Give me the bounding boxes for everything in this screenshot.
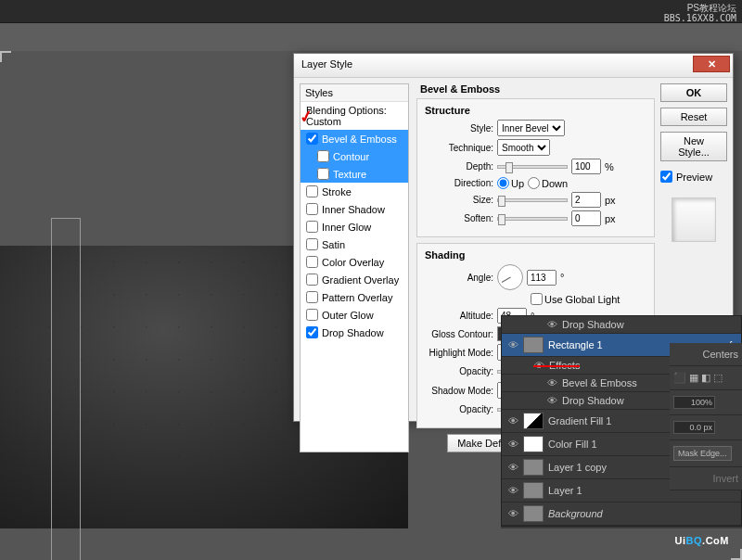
depth-unit: % <box>605 161 614 172</box>
direction-down-radio[interactable]: Down <box>528 177 568 189</box>
size-label: Size: <box>425 195 493 205</box>
size-slider[interactable] <box>497 198 568 202</box>
styles-header[interactable]: Styles <box>301 84 408 102</box>
size-input[interactable] <box>571 192 601 208</box>
close-button[interactable]: ✕ <box>693 56 730 72</box>
style-row-2[interactable]: Contour <box>301 147 408 165</box>
highlight-mode-label: Highlight Mode: <box>425 348 493 358</box>
style-row-3[interactable]: Texture <box>301 165 408 183</box>
layer-thumbnail <box>523 459 544 476</box>
angle-dial[interactable] <box>497 264 523 290</box>
style-row-4[interactable]: Stroke <box>301 183 408 200</box>
altitude-label: Altitude: <box>425 311 493 321</box>
gloss-label: Gloss Contour: <box>425 329 493 339</box>
direction-up-radio[interactable]: Up <box>497 177 524 189</box>
layer-thumbnail <box>523 436 544 452</box>
centers-label: Centers <box>670 343 742 366</box>
layer-thumbnail <box>523 413 544 429</box>
depth-input[interactable] <box>571 159 601 174</box>
density-input[interactable] <box>673 396 715 409</box>
selection-rectangle[interactable] <box>51 218 81 560</box>
section-title: Bevel & Emboss <box>420 83 655 95</box>
shadow-mode-label: Shadow Mode: <box>425 386 493 396</box>
dialog-titlebar[interactable]: Layer Style ✕ <box>294 54 733 78</box>
layer-thumbnail <box>523 482 544 499</box>
invert-label: Invert <box>670 467 742 490</box>
dialog-title: Layer Style <box>301 58 352 70</box>
watermark-text-2: BBS.16XX8.COM <box>664 13 736 23</box>
visibility-icon: 👁 <box>507 462 518 473</box>
visibility-icon: 👁 <box>507 485 518 496</box>
style-row-7[interactable]: Satin <box>301 235 408 253</box>
style-row-5[interactable]: Inner Shadow <box>301 200 408 218</box>
angle-input[interactable] <box>527 270 556 286</box>
layer-thumbnail <box>523 505 544 522</box>
size-unit: px <box>605 195 616 206</box>
style-select[interactable]: Inner Bevel <box>497 120 565 136</box>
style-label: Style: <box>425 123 493 134</box>
technique-select[interactable]: Smooth <box>497 139 550 156</box>
visibility-icon: 👁 <box>507 439 518 450</box>
depth-label: Depth: <box>425 161 493 172</box>
visibility-icon: 👁 <box>546 395 557 406</box>
shadow-opacity-label: Opacity: <box>425 404 493 414</box>
visibility-icon: 👁 <box>507 415 518 426</box>
visibility-icon: 👁 <box>507 339 518 350</box>
soften-slider[interactable] <box>497 217 568 221</box>
ok-button[interactable]: OK <box>660 83 727 102</box>
style-row-12[interactable]: Drop Shadow <box>301 324 408 341</box>
structure-group: Structure Style:Inner Bevel Technique:Sm… <box>416 98 655 237</box>
styles-list: Styles Blending Options: CustomBevel & E… <box>300 83 409 452</box>
style-row-1[interactable]: Bevel & Emboss <box>301 130 408 147</box>
watermark-logo: UiBQ.CoM <box>675 528 729 549</box>
style-row-8[interactable]: Color Overlay <box>301 253 408 271</box>
layer-row-0[interactable]: 👁Drop Shadow <box>502 316 741 334</box>
soften-label: Soften: <box>425 213 493 223</box>
visibility-icon: 👁 <box>546 319 557 330</box>
technique-label: Technique: <box>425 143 493 153</box>
properties-panel: Centers ⬛ ▦ ◧ ⬚ Mask Edge... Invert <box>670 343 742 490</box>
app-menubar: PS教程论坛 BBS.16XX8.COM <box>0 0 742 23</box>
angle-label: Angle: <box>425 273 493 283</box>
depth-slider[interactable] <box>497 165 568 169</box>
shading-title: Shading <box>425 249 646 261</box>
visibility-icon: 👁 <box>546 377 557 388</box>
options-bar <box>0 23 742 51</box>
layer-thumbnail <box>523 337 544 353</box>
highlight-opacity-label: Opacity: <box>425 366 493 376</box>
style-row-6[interactable]: Inner Glow <box>301 218 408 235</box>
style-row-9[interactable]: Gradient Overlay <box>301 271 408 288</box>
structure-title: Structure <box>425 105 646 116</box>
style-row-11[interactable]: Outer Glow <box>301 306 408 324</box>
mask-edge-button[interactable]: Mask Edge... <box>673 446 732 461</box>
direction-label: Direction: <box>425 178 493 188</box>
crop-corner-br <box>731 549 742 560</box>
style-row-10[interactable]: Pattern Overlay <box>301 288 408 306</box>
cancel-button[interactable]: Reset <box>660 108 727 126</box>
global-light-check[interactable]: Use Global Light <box>531 293 620 305</box>
visibility-icon: 👁 <box>507 508 518 519</box>
new-style-button[interactable]: New Style... <box>660 132 727 161</box>
preview-swatch <box>672 197 716 242</box>
soften-input[interactable] <box>571 210 601 226</box>
soften-unit: px <box>605 213 616 224</box>
preview-check[interactable]: Preview <box>660 171 727 183</box>
crop-corner-tl <box>0 51 11 62</box>
feather-input[interactable] <box>673 421 715 434</box>
prop-icons[interactable]: ⬛ ▦ ◧ ⬚ <box>670 366 742 390</box>
layer-row-9[interactable]: 👁Background <box>502 503 741 526</box>
